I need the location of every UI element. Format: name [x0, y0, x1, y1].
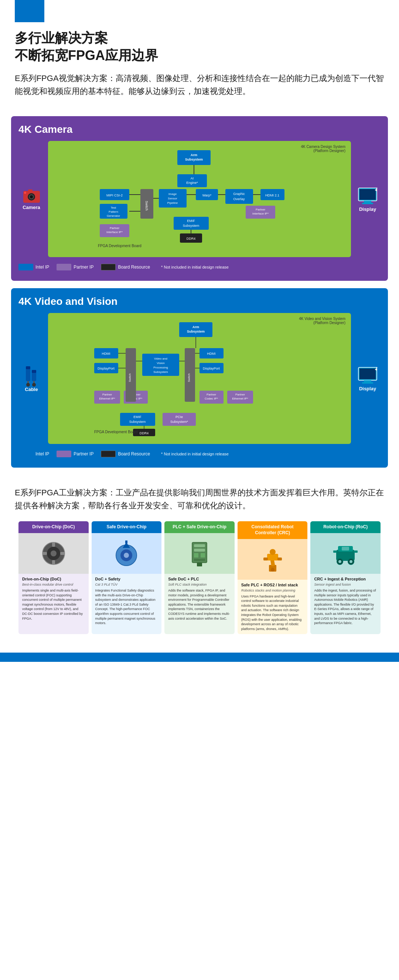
svg-rect-124: [52, 560, 55, 565]
doc-header: Drive-on-Chip (DoC): [19, 521, 89, 533]
svg-text:Pipeline: Pipeline: [167, 201, 178, 205]
doc-illustration: [39, 539, 68, 568]
svg-text:Pattern: Pattern: [109, 210, 118, 213]
display-label: Display: [359, 207, 376, 212]
svg-text:AI: AI: [191, 177, 194, 180]
roc-illustration: [329, 539, 362, 568]
doc-tagline: Best-in-class modular drive control: [22, 583, 85, 586]
cable-label: Cable: [25, 387, 38, 392]
video-intel-ip-box: [19, 450, 33, 457]
roc-tagline: Sensor ingest and fusion: [314, 583, 377, 586]
board-resource-box: [101, 264, 116, 270]
camera-diagram-card: 4K Camera Camera 4K Camera Design System…: [11, 116, 388, 281]
svg-point-64: [32, 383, 36, 387]
svg-point-129: [124, 553, 129, 558]
industrial-section: E系列FPGA工业解决方案：工业产品在提供影响我们周围世界的技术方面发挥着巨大作…: [0, 475, 399, 645]
doc-description: Implements single and multi-axis field-o…: [22, 588, 85, 621]
plc-card: PLC + Safe Drive-on-Chip Safe DoC + PLC …: [165, 521, 234, 634]
svg-rect-153: [354, 550, 358, 553]
svg-text:Interface IP*: Interface IP*: [106, 231, 123, 234]
svg-text:Switch: Switch: [128, 373, 131, 382]
legend-partner-ip: Partner IP: [57, 264, 93, 270]
svg-point-151: [350, 560, 353, 563]
roc-header: Robot-on-Chip (RoC): [310, 521, 380, 533]
svg-text:Subsystem*: Subsystem*: [170, 420, 188, 423]
svg-text:Ethernet IP*: Ethernet IP*: [232, 397, 248, 400]
crc-header-text: Consolidated Robot Controller (CRC): [252, 524, 294, 535]
video-legend-note: * Not included in initial design release: [161, 452, 229, 456]
video-diagram-inner: 4K Video and Vision System (Platform Des…: [48, 313, 351, 444]
header-description: E系列FPGA视觉解决方案：高清视频、图像处理、分析和连接性结合在一起的能力已成…: [15, 72, 384, 98]
svg-text:Warp*: Warp*: [203, 194, 212, 197]
svg-text:Video and: Video and: [154, 357, 167, 360]
svg-text:✦: ✦: [376, 187, 378, 189]
svg-text:HDMI: HDMI: [102, 352, 111, 356]
video-partner-ip-label: Partner IP: [73, 451, 93, 457]
safe-doc-body: DoC + Safety Cat 3 PLd TÜV Integrates Fu…: [92, 574, 162, 628]
platform-designer-label: 4K Camera Design System (Platform Design…: [301, 145, 345, 153]
svg-point-122: [51, 550, 57, 557]
svg-rect-152: [342, 547, 349, 550]
svg-text:Vision: Vision: [157, 361, 165, 365]
svg-rect-58: [26, 366, 30, 369]
title-line1: 多行业解决方案: [15, 30, 108, 46]
svg-text:DDR4: DDR4: [140, 431, 149, 435]
svg-text:Arm: Arm: [191, 153, 197, 157]
plc-description: Adds the software stack, FPGA IP, and mo…: [168, 588, 231, 621]
svg-point-145: [271, 568, 274, 571]
safe-doc-header: Safe Drive-on-Chip: [92, 521, 162, 533]
roc-header-text: Robot-on-Chip (RoC): [323, 524, 367, 530]
board-resource-label: Board Resource: [118, 264, 150, 270]
crc-body: Safe PLC + ROS2 / Intel stack Robotics s…: [238, 580, 308, 635]
svg-text:HDMI: HDMI: [207, 352, 216, 356]
crc-tagline: Robotics stacks and motion planning: [241, 589, 304, 592]
svg-point-60: [26, 383, 30, 387]
plc-subtitle: Safe DoC + PLC: [168, 577, 231, 581]
safe-doc-tagline: Cat 3 PLd TÜV: [95, 583, 158, 586]
display-icon: ✦ ✦: [356, 186, 379, 207]
page-title: 多行业解决方案 不断拓宽FPGA应用边界: [15, 30, 384, 64]
svg-text:Graphic: Graphic: [233, 192, 245, 196]
video-display-icon: ✦ ✦: [356, 366, 379, 386]
svg-rect-117: [362, 382, 373, 383]
svg-text:Subsystem: Subsystem: [185, 158, 203, 161]
camera-icon-group: Camera: [19, 188, 44, 210]
display-icon-group: ✦ ✦ Display: [355, 186, 380, 212]
svg-text:Partner: Partner: [102, 393, 112, 396]
svg-text:EMIF: EMIF: [133, 415, 141, 419]
svg-text:Partner: Partner: [206, 393, 217, 396]
video-legend-intel-ip: Intel IP: [19, 450, 49, 457]
video-diagram-title: 4K Video and Vision: [19, 296, 380, 307]
crc-card: Consolidated Robot Controller (CRC) Safe…: [238, 521, 308, 634]
plc-image: [165, 533, 234, 574]
svg-text:Interface IP*: Interface IP*: [252, 212, 269, 215]
svg-rect-125: [43, 552, 47, 555]
svg-rect-131: [125, 541, 127, 544]
svg-text:Test: Test: [111, 206, 116, 209]
partner-ip-label: Partner IP: [73, 264, 93, 270]
svg-text:Arm: Arm: [193, 325, 199, 329]
svg-rect-4: [28, 189, 33, 192]
legend-intel-ip: Intel IP: [19, 264, 49, 270]
svg-rect-116: [364, 380, 371, 382]
svg-rect-123: [52, 542, 55, 547]
camera-label: Camera: [22, 205, 40, 210]
svg-rect-143: [263, 557, 268, 560]
header-section: 多行业解决方案 不断拓宽FPGA应用边界 E系列FPGA视觉解决方案：高清视频、…: [0, 22, 399, 109]
svg-text:DDR4: DDR4: [187, 237, 196, 240]
svg-text:Engine*: Engine*: [186, 181, 198, 185]
svg-text:✦: ✦: [376, 366, 378, 369]
intel-ip-label: Intel IP: [35, 264, 49, 270]
svg-text:EMIF: EMIF: [187, 219, 195, 223]
svg-text:Partner: Partner: [110, 226, 120, 230]
svg-text:Image: Image: [168, 192, 177, 196]
svg-rect-54: [362, 203, 373, 204]
safe-doc-illustration: [112, 539, 141, 568]
svg-text:Generator: Generator: [107, 214, 120, 218]
svg-rect-144: [277, 557, 282, 560]
camera-diagram-title: 4K Camera: [19, 124, 380, 135]
svg-rect-137: [194, 559, 205, 561]
svg-text:Partner: Partner: [256, 208, 266, 211]
svg-text:Processing: Processing: [153, 366, 168, 369]
bottom-accent-bar: [0, 652, 399, 662]
